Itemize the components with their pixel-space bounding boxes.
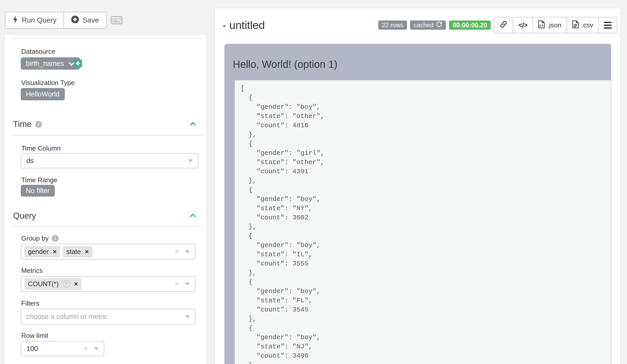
chart-title: - untitled [223, 19, 265, 31]
selected-option-tag[interactable]: gender× [24, 246, 60, 258]
save-button[interactable]: Save [64, 12, 106, 28]
row-limit-select[interactable]: 100 × [21, 341, 104, 356]
save-label: Save [82, 16, 99, 24]
refresh-icon[interactable] [436, 21, 442, 29]
chevron-down-icon [68, 60, 75, 68]
time-range-label: Time Range [21, 176, 57, 184]
time-section-header: Time i [13, 119, 42, 129]
view-query-button[interactable]: </> [513, 17, 532, 33]
run-save-button-group: Run Query Save [5, 12, 107, 29]
plus-circle-icon [71, 16, 79, 25]
info-icon[interactable]: i [35, 121, 42, 128]
hamburger-icon [604, 22, 612, 29]
metrics-tags: COUNT(*)?× [24, 278, 81, 290]
time-range-button[interactable]: No filter [21, 185, 55, 197]
collapse-query-chevron-icon[interactable] [190, 213, 196, 219]
collapse-time-chevron-icon[interactable] [190, 122, 196, 127]
add-datasource-button[interactable] [74, 59, 82, 67]
filters-label: Filters [21, 299, 39, 307]
link-icon [499, 20, 508, 30]
export-csv-button[interactable]: .csv [567, 17, 598, 33]
time-column-value: ds [26, 157, 34, 165]
bolt-icon [13, 16, 18, 25]
time-section-divider [13, 135, 202, 136]
viz-type-label: Visualization Type [21, 79, 75, 87]
caret-down-icon [188, 159, 193, 162]
group-by-label: Group by i [21, 234, 59, 242]
viz-type-value: HelloWorld [26, 90, 60, 98]
tag-label: gender [28, 248, 49, 256]
viz-type-button[interactable]: HelloWorld [21, 88, 65, 100]
query-timer-badge: 00:00:00.20 [449, 20, 491, 30]
export-json-label: .json [547, 21, 561, 29]
cached-badge[interactable]: cached [410, 20, 446, 30]
filters-placeholder: choose a column or metric [26, 313, 108, 321]
visualization-title: Hello, World! (option 1) [233, 59, 337, 70]
row-count-badge: 22 rows [378, 20, 407, 30]
caret-down-icon [185, 315, 190, 318]
keyboard-shortcuts-icon[interactable] [111, 16, 122, 25]
time-range-value: No filter [26, 187, 50, 195]
query-section-divider [13, 226, 202, 227]
clear-selection-icon[interactable]: × [174, 279, 179, 288]
query-section-header: Query [13, 211, 36, 221]
time-column-label: Time Column [21, 144, 61, 152]
metrics-select[interactable]: COUNT(*)?× × [21, 276, 195, 292]
results-header-actions: 22 rows cached 00:00:00.20 [378, 17, 617, 33]
export-button-group: </> .json .csv [494, 17, 617, 33]
row-limit-value: 100 [26, 345, 38, 353]
filters-select[interactable]: choose a column or metric [21, 309, 195, 325]
menu-button[interactable] [598, 17, 617, 33]
panel-top-divider [13, 38, 202, 39]
row-limit-label: Row limit [21, 332, 48, 340]
tag-label: state [66, 248, 81, 256]
tag-label: COUNT(*) [28, 280, 59, 288]
json-results-box: [ { "gender": "boy", "state": "other", "… [234, 80, 611, 364]
json-output: [ { "gender": "boy", "state": "other", "… [235, 80, 611, 364]
clear-selection-icon[interactable]: × [83, 344, 88, 353]
help-icon[interactable]: ? [63, 280, 70, 287]
export-json-button[interactable]: .json [532, 17, 567, 33]
caret-down-icon [185, 283, 190, 285]
info-icon[interactable]: i [52, 235, 59, 242]
datasource-value: birth_names [26, 60, 64, 68]
file-lines-icon [572, 20, 579, 30]
group-by-tags: gender×state× [24, 246, 92, 258]
time-column-select[interactable]: ds [21, 153, 198, 168]
selected-option-tag[interactable]: state× [63, 246, 92, 258]
datasource-button[interactable]: birth_names [21, 57, 80, 70]
file-code-icon [538, 20, 545, 30]
caret-down-icon [94, 347, 99, 350]
selected-option-tag[interactable]: COUNT(*)?× [24, 278, 81, 290]
explore-control-panel: Datasource birth_names Visualization Typ… [5, 35, 206, 364]
code-icon: </> [518, 21, 527, 29]
run-query-label: Run Query [22, 16, 56, 24]
datasource-label: Datasource [21, 48, 55, 56]
run-query-button[interactable]: Run Query [5, 12, 64, 28]
metrics-label: Metrics [21, 267, 43, 275]
clear-selection-icon[interactable]: × [174, 247, 179, 256]
remove-tag-icon[interactable]: × [74, 280, 78, 288]
caret-down-icon [185, 250, 190, 253]
group-by-select[interactable]: gender×state× × [21, 244, 195, 260]
export-csv-label: .csv [581, 21, 593, 29]
remove-tag-icon[interactable]: × [85, 248, 89, 256]
remove-tag-icon[interactable]: × [53, 248, 57, 256]
visualization-container: Hello, World! (option 1) [ { "gender": "… [224, 44, 611, 364]
short-link-button[interactable] [494, 17, 513, 33]
query-toolbar: Run Query Save [5, 12, 122, 29]
results-panel: - untitled 22 rows cached 00:00:00.20 [215, 8, 621, 364]
